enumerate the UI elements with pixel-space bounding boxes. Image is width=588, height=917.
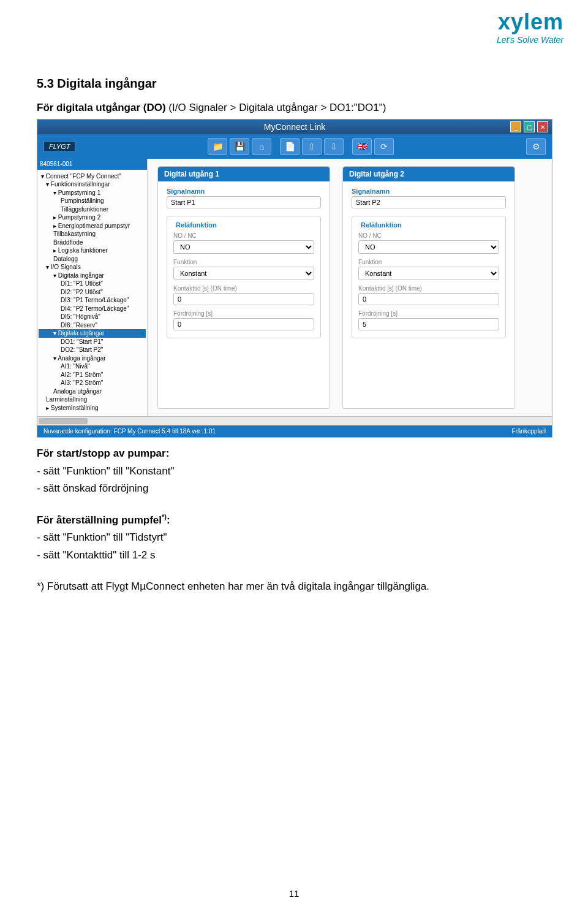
para-h2: För återställning pumpfel*):	[37, 512, 551, 528]
subtitle-bold: För digitala utgångar (DO)	[37, 102, 166, 113]
tree-item[interactable]: AI1: "Nivå"	[39, 362, 146, 371]
signal-name-input[interactable]	[352, 196, 506, 208]
field-input[interactable]	[358, 318, 499, 330]
status-config: Nuvarande konfiguration: FCP My Connect …	[43, 428, 216, 435]
save-icon[interactable]: 💾	[230, 138, 249, 155]
body-text-2: För återställning pumpfel*): - sätt "Fun…	[37, 512, 551, 563]
tree-item[interactable]: DI1: "P1 Utlöst"	[39, 280, 146, 288]
tree-item[interactable]: Analoga utgångar	[39, 387, 146, 396]
minimize-icon[interactable]: _	[510, 121, 521, 132]
para-l3: - sätt "Funktion" till "Tidstyrt"	[37, 530, 551, 546]
brand-badge: FLYGT	[43, 141, 75, 152]
nav-tree[interactable]: 840561-001 ▾ Connect "FCP My Connect"▾ F…	[37, 159, 148, 416]
field-label: Fördröjning [s]	[358, 310, 499, 317]
main-panel-area: Digital utgång 1SignalnamnReläfunktionNO…	[148, 159, 552, 416]
flag-uk-icon[interactable]: 🇬🇧	[352, 138, 372, 155]
subtitle-path: (I/O Signaler > Digitala utgångar > DO1:…	[166, 102, 386, 113]
card-icon[interactable]: ⌂	[252, 138, 271, 155]
logo-tagline: Let's Solve Water	[497, 35, 564, 45]
horizontal-scrollbar[interactable]	[37, 416, 552, 425]
tree-item[interactable]: ▾ Connect "FCP My Connect"	[39, 172, 146, 181]
field-select[interactable]: Konstant	[358, 267, 499, 280]
logo-name: xylem	[497, 9, 564, 35]
para-l4: - sätt "Kontakttid" till 1-2 s	[37, 548, 551, 563]
field-select[interactable]: NO	[173, 240, 314, 254]
tree-item[interactable]: DO1: "Start P1"	[39, 338, 146, 346]
output-panel: Digital utgång 2SignalnamnReläfunktionNO…	[342, 166, 515, 409]
tree-item[interactable]: Tilläggsfunktioner	[39, 205, 146, 214]
tree-item[interactable]: ▾ Digitala ingångar	[39, 272, 146, 280]
signal-name-label: Signalnamn	[352, 188, 506, 195]
panel-header: Digital utgång 1	[158, 167, 330, 181]
field-label: Funktion	[358, 259, 499, 265]
tree-item[interactable]: ▸ Pumpstyrning 2	[39, 213, 146, 222]
tree-item[interactable]: DI5: "Högnivå"	[39, 313, 146, 321]
tree-item[interactable]: Tillbakastyrning	[39, 230, 146, 238]
tree-item[interactable]: DO2: "Start P2"	[39, 346, 146, 354]
relay-fieldset: ReläfunktionNO / NCNOFunktionKonstantKon…	[352, 216, 506, 338]
app-titlebar: MyConnect Link _ ▢ ✕	[37, 120, 552, 134]
tree-item[interactable]: Bräddflöde	[39, 238, 146, 247]
tree-item[interactable]: DI3: "P1 Termo/Läckage"	[39, 296, 146, 305]
maximize-icon[interactable]: ▢	[524, 121, 535, 132]
tree-item[interactable]: DI6: "Reserv"	[39, 321, 146, 330]
para-h2-pre: För återställning pumpfel	[37, 514, 162, 526]
open-icon[interactable]: 📁	[208, 138, 227, 155]
tree-item[interactable]: Pumpinställning	[39, 197, 146, 205]
tree-item[interactable]: AI2: "P1 Ström"	[39, 371, 146, 379]
tree-item[interactable]: ▸ Energioptimerad pumpstyr	[39, 222, 146, 230]
status-connection: Frånkopplad	[511, 428, 546, 435]
para-l1: - sätt "Funktion" till "Konstant"	[37, 464, 551, 479]
para-h2-post: :	[167, 514, 170, 526]
field-label: NO / NC	[173, 232, 314, 239]
tree-item[interactable]: DI4: "P2 Termo/Läckage"	[39, 305, 146, 313]
field-input[interactable]	[173, 293, 314, 305]
tree-item[interactable]: ▸ Logiska funktioner	[39, 246, 146, 255]
app-toolbar: FLYGT 📁 💾 ⌂ 📄 ⇧ ⇩ 🇬🇧 ⟳ ⚙	[37, 134, 552, 159]
footnote: *) Förutsatt att Flygt MµConnect enheten…	[37, 580, 551, 593]
para-l2: - sätt önskad fördröjning	[37, 481, 551, 497]
myconnect-app: MyConnect Link _ ▢ ✕ FLYGT 📁 💾 ⌂ 📄 ⇧ ⇩ 🇬…	[37, 119, 552, 438]
doc-icon[interactable]: 📄	[280, 138, 300, 155]
field-select[interactable]: NO	[358, 240, 499, 254]
relay-fieldset: ReläfunktionNO / NCNOFunktionKonstantKon…	[167, 216, 321, 338]
tree-item[interactable]: Datalogg	[39, 255, 146, 264]
close-icon[interactable]: ✕	[537, 121, 548, 132]
settings-icon[interactable]: ⚙	[526, 138, 546, 155]
brand-logo: xylem Let's Solve Water	[497, 9, 564, 45]
field-input[interactable]	[173, 318, 314, 330]
app-title: MyConnect Link	[264, 122, 325, 132]
device-id: 840561-001	[37, 159, 147, 170]
field-label: Fördröjning [s]	[173, 310, 314, 317]
tree-item[interactable]: ▾ Analoga ingångar	[39, 354, 146, 363]
tree-item[interactable]: Larminställning	[39, 395, 146, 404]
tree-item[interactable]: AI3: "P2 Ström"	[39, 379, 146, 387]
field-input[interactable]	[358, 293, 499, 305]
tree-item[interactable]: ▾ Funktionsinställningar	[39, 180, 146, 189]
field-select[interactable]: Konstant	[173, 267, 314, 280]
signal-name-label: Signalnamn	[167, 188, 321, 195]
relay-legend: Reläfunktion	[173, 221, 219, 229]
section-title: 5.3 Digitala ingångar	[37, 77, 551, 91]
output-panel: Digital utgång 1SignalnamnReläfunktionNO…	[157, 166, 330, 409]
tree-item[interactable]: ▸ Systeminställning	[39, 404, 146, 413]
field-label: Funktion	[173, 259, 314, 265]
field-label: Kontakttid [s] (ON time)	[173, 285, 314, 292]
field-label: NO / NC	[358, 232, 499, 239]
panel-header: Digital utgång 2	[343, 167, 514, 181]
refresh-icon[interactable]: ⟳	[374, 138, 394, 155]
upload-icon[interactable]: ⇧	[302, 138, 322, 155]
tree-item[interactable]: ▾ Pumpstyrning 1	[39, 189, 146, 197]
para-h2-sup: *)	[162, 513, 167, 520]
field-label: Kontakttid [s] (ON time)	[358, 285, 499, 292]
signal-name-input[interactable]	[167, 196, 321, 208]
status-bar: Nuvarande konfiguration: FCP My Connect …	[37, 425, 552, 437]
para-h1: För start/stopp av pumpar:	[37, 446, 551, 462]
tree-item[interactable]: DI2: "P2 Utlöst"	[39, 288, 146, 297]
page-number: 11	[0, 888, 588, 899]
tree-item[interactable]: ▾ I/O Signals	[39, 263, 146, 272]
body-text-1: För start/stopp av pumpar: - sätt "Funkt…	[37, 446, 551, 497]
tree-item[interactable]: ▾ Digitala utgångar	[39, 329, 146, 338]
download-icon[interactable]: ⇩	[324, 138, 344, 155]
subtitle: För digitala utgångar (DO) (I/O Signaler…	[37, 102, 551, 114]
